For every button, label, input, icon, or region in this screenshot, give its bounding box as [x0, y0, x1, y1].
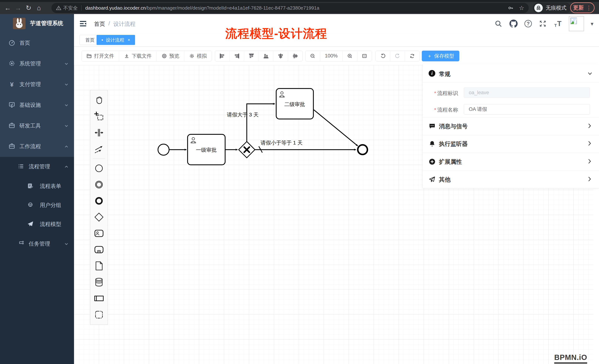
- align-left-button[interactable]: [215, 51, 229, 61]
- task1-label: 一级审批: [196, 147, 217, 153]
- align-right-button[interactable]: [229, 51, 244, 61]
- sidebar-collapse-icon[interactable]: [79, 19, 88, 28]
- panel-general-title: 常规: [439, 70, 450, 78]
- breadcrumb-home[interactable]: 首页: [94, 20, 105, 28]
- sidebar-item-workflow[interactable]: 工作流程: [0, 136, 74, 157]
- lasso-tool-icon[interactable]: [90, 108, 108, 125]
- panel-section-listeners[interactable]: 执行监听器: [423, 135, 599, 152]
- field-process-key-label: *流程标识: [434, 90, 462, 97]
- flow-label-le1: 请假小于等于 1 天: [260, 140, 302, 146]
- sidebar-item-payment[interactable]: ¥ 支付管理: [0, 74, 74, 95]
- close-icon[interactable]: ×: [128, 37, 130, 42]
- end-event[interactable]: [358, 145, 367, 154]
- browser-forward-icon[interactable]: →: [13, 4, 23, 12]
- url-host: dashboard.yudao.iocoder.cn: [85, 5, 146, 11]
- sidebar-item-home[interactable]: 首页: [0, 33, 74, 53]
- chevron-down-icon: [64, 123, 69, 129]
- sidebar-item-process-form[interactable]: 流程表单: [0, 177, 74, 196]
- kebab-menu-icon[interactable]: ⋮: [586, 5, 592, 11]
- global-connect-tool-icon[interactable]: [90, 141, 108, 157]
- create-group-icon[interactable]: [90, 306, 108, 323]
- redo-button[interactable]: [390, 51, 405, 61]
- sidebar-item-infrastructure[interactable]: 基础设施: [0, 95, 74, 116]
- flow-gateway-to-task2: [247, 104, 275, 142]
- process-key-input[interactable]: [464, 87, 590, 98]
- tab-label: 设计流程: [106, 37, 124, 43]
- create-data-object-icon[interactable]: [90, 258, 108, 274]
- hand-tool-icon[interactable]: [90, 92, 108, 108]
- align-center-button[interactable]: [273, 51, 288, 61]
- key-icon[interactable]: [508, 5, 513, 11]
- browser-back-icon[interactable]: ←: [3, 4, 13, 12]
- chevron-right-icon: [587, 159, 592, 164]
- zoom-out-button[interactable]: [305, 51, 320, 61]
- flow-label-gt3: 请假大于 3 天: [227, 112, 258, 118]
- palette-separator: [93, 159, 105, 159]
- download-file-button[interactable]: 下载文件: [119, 51, 157, 61]
- space-tool-icon[interactable]: [90, 125, 108, 141]
- help-icon[interactable]: ?: [524, 20, 532, 27]
- breadcrumb: 首页 / 设计流程: [94, 20, 135, 28]
- chevron-down-icon: [64, 82, 69, 87]
- create-user-task-icon[interactable]: [90, 225, 108, 242]
- browser-update-button[interactable]: 更新 ⋮: [570, 2, 595, 13]
- app-logo-row[interactable]: 芋道管理系统: [0, 14, 74, 33]
- panel-section-extensions[interactable]: 扩展属性: [423, 153, 599, 170]
- sidebar-item-process-mgmt[interactable]: 流程管理: [0, 157, 74, 177]
- warning-triangle-icon: [56, 5, 62, 11]
- panel-section-other[interactable]: 其他: [423, 171, 599, 188]
- process-name-input[interactable]: [464, 104, 590, 114]
- avatar[interactable]: [569, 16, 584, 31]
- search-icon[interactable]: [494, 19, 503, 28]
- create-data-store-icon[interactable]: [90, 274, 108, 290]
- preview-button[interactable]: 预览: [157, 51, 184, 61]
- align-bottom-button[interactable]: [259, 51, 273, 61]
- create-end-event-icon[interactable]: [90, 193, 108, 209]
- panel-general-header[interactable]: i 常规: [423, 64, 599, 83]
- align-top-button[interactable]: [244, 51, 259, 61]
- bpmn-palette: [90, 90, 108, 325]
- start-event[interactable]: [158, 144, 169, 155]
- chevron-right-icon: [587, 176, 592, 182]
- restart-button[interactable]: [405, 51, 419, 61]
- bpmn-io-watermark[interactable]: BPMN.iO: [554, 353, 587, 364]
- user-task-level1[interactable]: 一级审批: [188, 134, 225, 165]
- create-start-event-icon[interactable]: [90, 160, 108, 177]
- chevron-down-icon[interactable]: [587, 71, 593, 76]
- github-icon[interactable]: [509, 19, 518, 28]
- align-middle-button[interactable]: [288, 51, 302, 61]
- avatar-caret-icon[interactable]: ▾: [591, 20, 593, 27]
- tab-design-process[interactable]: ● 设计流程 ×: [97, 35, 135, 45]
- app-logo: [13, 18, 26, 29]
- simulate-button[interactable]: 模拟: [184, 51, 212, 61]
- sidebar-fill: [0, 259, 74, 364]
- paper-plane-icon: [429, 176, 436, 183]
- bookmark-star-icon[interactable]: ☆: [519, 4, 524, 11]
- browser-reload-icon[interactable]: ↻: [23, 4, 34, 12]
- sidebar-item-devtools[interactable]: 研发工具: [0, 116, 74, 136]
- font-size-icon[interactable]: T T: [554, 19, 562, 28]
- security-label[interactable]: 不安全: [63, 5, 78, 11]
- undo-button[interactable]: [376, 51, 390, 61]
- update-label: 更新: [573, 4, 584, 11]
- address-bar[interactable]: 不安全 dashboard.yudao.iocoder.cn/bpm/manag…: [52, 3, 529, 13]
- exclusive-gateway[interactable]: [239, 142, 255, 158]
- sidebar-item-system[interactable]: 系统管理: [0, 53, 74, 74]
- create-intermediate-event-icon[interactable]: [90, 177, 108, 193]
- open-file-button[interactable]: 打开文件: [82, 51, 119, 61]
- create-subprocess-icon[interactable]: [90, 242, 108, 258]
- save-model-button[interactable]: ＋ 保存模型: [422, 51, 459, 61]
- create-participant-icon[interactable]: [90, 290, 108, 306]
- zoom-level[interactable]: 100%: [320, 51, 343, 61]
- sidebar-item-user-group[interactable]: 用户分组: [0, 196, 74, 214]
- zoom-fit-button[interactable]: [357, 51, 372, 61]
- user-task-level2[interactable]: 二级审批: [276, 88, 313, 119]
- sidebar-item-task-mgmt[interactable]: 任务管理: [0, 234, 74, 254]
- create-gateway-icon[interactable]: [90, 209, 108, 225]
- browser-home-icon[interactable]: ⌂: [34, 4, 44, 12]
- fullscreen-icon[interactable]: [538, 19, 547, 28]
- zoom-in-button[interactable]: [343, 51, 357, 61]
- active-dot-icon: ●: [101, 38, 103, 42]
- panel-section-messages[interactable]: 消息与信号: [423, 118, 599, 135]
- sidebar-item-process-model[interactable]: 流程模型: [0, 214, 74, 234]
